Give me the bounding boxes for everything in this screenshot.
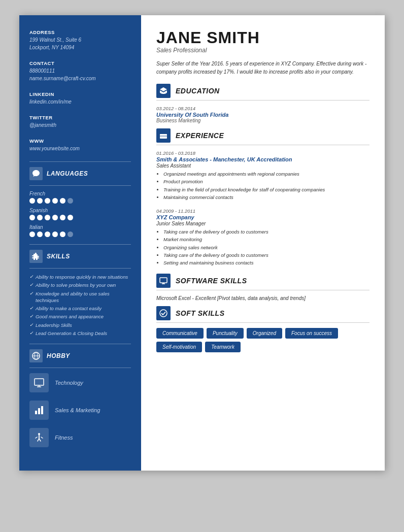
exp-bullet: Setting and maintaining business contact…	[163, 259, 369, 267]
language-dot	[29, 215, 35, 220]
language-item: Spanish	[29, 208, 131, 220]
exp-bullets: Taking care of the delivery of goods to …	[156, 228, 369, 267]
soft-skills-title: SOFT SKILLS	[176, 309, 225, 317]
language-dot	[37, 215, 43, 220]
exp-company: XYZ Company	[156, 214, 369, 220]
skills-rule	[29, 268, 131, 269]
languages-list: FrenchSpanishItalian	[29, 191, 131, 237]
hobby-item: Sales & Marketing	[29, 401, 131, 420]
languages-title: LANGUAGES	[47, 170, 88, 177]
sidebar-divider-2	[29, 244, 131, 245]
soft-skills-rule	[156, 322, 369, 323]
svg-rect-6	[35, 411, 37, 414]
www-label: WWW	[29, 138, 131, 144]
puzzle-icon	[32, 252, 40, 260]
hobby-icon	[29, 373, 49, 392]
language-dot	[68, 198, 73, 204]
twitter-label: TWITTER	[29, 115, 131, 120]
linkedin-url: linkedin.com/in/me	[29, 98, 131, 106]
svg-rect-7	[38, 408, 40, 414]
linkedin-section: LINKEDIN linkedin.com/in/me	[29, 91, 131, 106]
language-dot	[52, 231, 58, 237]
language-dots	[29, 198, 131, 204]
twitter-handle: @janesmith	[29, 121, 131, 129]
language-dot	[60, 215, 65, 220]
experience-icon-box	[156, 128, 171, 143]
education-icon-box	[156, 84, 171, 98]
resume-page: ADDRESS 199 Walnut St., Suite 6 Lockport…	[19, 15, 385, 471]
software-title: SOFTWARE SKILLS	[176, 277, 247, 285]
language-name: Italian	[29, 224, 131, 230]
language-dot	[37, 231, 43, 237]
main-content: JANE SMITH Sales Professional Super Sell…	[141, 15, 385, 471]
language-dot	[45, 198, 50, 204]
sidebar-divider-1	[29, 161, 131, 162]
software-icon-box	[156, 274, 171, 288]
svg-point-15	[160, 310, 167, 317]
sidebar-divider-3	[29, 344, 131, 344]
contact-section: CONTACT 888000111 name.surname@craft-cv.…	[29, 60, 131, 82]
skills-list: Ability to response quickly in new situa…	[29, 274, 131, 337]
soft-skill-badge: Punctuality	[207, 328, 244, 339]
language-dots	[29, 231, 131, 237]
monitor-icon	[159, 277, 167, 285]
soft-skill-badge: Self-motivation	[156, 342, 202, 352]
hobby-item: Fitness	[29, 428, 131, 447]
soft-skill-badge: Teamwork	[205, 342, 241, 352]
exp-bullet: Maintaining commercial contacts	[163, 194, 369, 201]
soft-skills-badges: CommunicativePunctualityOrganizedFocus o…	[156, 328, 369, 352]
exp-bullet: Taking care of the delivery of goods to …	[163, 228, 369, 236]
edu-field: Business Marketing	[156, 118, 369, 123]
languages-header: LANGUAGES	[29, 167, 131, 180]
exp-company: Smith & Associates - Manchester, UK Accr…	[156, 156, 369, 162]
experience-entry: 04.2009 - 11.2011 XYZ Company Junior Sal…	[156, 208, 369, 267]
language-dot	[37, 198, 43, 204]
hobby-item: Technology	[29, 373, 131, 392]
svg-rect-3	[35, 379, 44, 385]
globe-icon	[32, 352, 40, 360]
languages-icon-box	[29, 167, 43, 180]
hobby-icon	[29, 428, 49, 447]
svg-rect-8	[41, 406, 43, 414]
experience-header: EXPERIENCE	[156, 128, 369, 143]
address-line1: 199 Walnut St., Suite 6	[29, 36, 131, 44]
languages-rule	[29, 185, 131, 186]
skill-item: Leadership Skills	[29, 322, 131, 328]
language-dot	[52, 198, 58, 204]
hobby-icon-box	[29, 349, 43, 362]
language-item: French	[29, 191, 131, 204]
hobby-icon	[29, 401, 49, 420]
skills-title: SKILLS	[47, 253, 70, 260]
sidebar: ADDRESS 199 Walnut St., Suite 6 Lockport…	[19, 15, 141, 471]
summary-text: Super Seller of the Year 2016. 5 years o…	[156, 60, 369, 76]
contact-phone: 888000111	[29, 67, 131, 75]
language-dot	[29, 198, 35, 204]
software-rule	[156, 290, 369, 290]
skills-header: SKILLS	[29, 250, 131, 263]
exp-bullets: Organized meetings and appointments with…	[156, 171, 369, 201]
skill-item: Ability to make a contact easily	[29, 305, 131, 312]
experience-entry: 01.2016 - 03.2018 Smith & Associates - M…	[156, 150, 369, 201]
edu-school: University Of South Florida	[156, 112, 369, 118]
experience-list: 01.2016 - 03.2018 Smith & Associates - M…	[156, 150, 369, 267]
graduation-icon	[159, 87, 167, 95]
education-entry: 03.2012 - 08.2014 University Of South Fl…	[156, 106, 369, 123]
education-title: EDUCATION	[176, 87, 220, 95]
software-header: SOFTWARE SKILLS	[156, 274, 369, 288]
exp-role: Sales Assistant	[156, 163, 369, 169]
skills-icon-box	[29, 250, 43, 263]
briefcase-icon	[159, 131, 167, 140]
www-section: WWW www.yourwebsite.com	[29, 138, 131, 152]
job-title: Sales Professional	[156, 47, 369, 54]
exp-bullet: Market monitoring	[163, 236, 369, 243]
linkedin-label: LINKEDIN	[29, 91, 131, 97]
language-dot	[29, 231, 35, 237]
exp-bullet: Training in the field of product knowled…	[163, 186, 369, 193]
soft-skill-badge: Organized	[247, 328, 282, 339]
language-dot	[45, 215, 50, 220]
experience-rule	[156, 145, 369, 145]
soft-skills-header: SOFT SKILLS	[156, 306, 369, 320]
software-text: Microsoft Excel - Excellent [Pivot table…	[156, 295, 369, 301]
exp-dates: 04.2009 - 11.2011	[156, 208, 369, 214]
skill-item: Good manners and appearance	[29, 313, 131, 320]
